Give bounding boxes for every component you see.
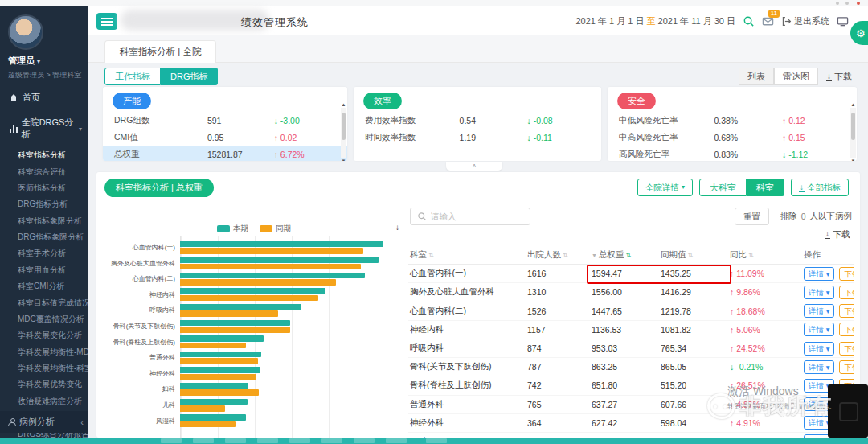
sort-icon[interactable]: ⇅ [625, 252, 631, 259]
metric-row[interactable]: 费用效率指数0.54↓ -0.08 [354, 112, 601, 129]
col-header-总权重[interactable]: ▼总权重⇅ [590, 249, 659, 261]
scrollbar-handle[interactable] [851, 113, 855, 140]
bar-本期[interactable] [180, 320, 290, 327]
bar-同期[interactable] [180, 358, 258, 364]
sidebar-item[interactable]: 科室指标象限分析 [0, 213, 88, 229]
sidebar-item[interactable]: 医师指标分析 [0, 180, 88, 196]
search-input[interactable] [431, 212, 511, 221]
metric-row[interactable]: 中高风险死亡率0.68%↑ 0.15 [608, 129, 857, 146]
logout-button[interactable]: 退出系统 [781, 15, 829, 27]
user-avatar[interactable] [8, 14, 43, 50]
theme-settings-button[interactable]: ⚙ [850, 21, 868, 45]
taskbar-app-icon[interactable] [426, 438, 447, 443]
col-header-同比[interactable]: 同比⇅ [728, 249, 802, 261]
bar-本期[interactable] [180, 335, 264, 342]
taskbar-app-icon[interactable] [289, 438, 310, 443]
scroll-down-icon[interactable]: ▼ [341, 158, 346, 161]
drill-button[interactable]: 下钻 ▾ [839, 267, 854, 281]
col-header-科室[interactable]: 科室⇅ [408, 249, 526, 261]
detail-button[interactable]: 详情 ▾ [804, 267, 834, 281]
taskbar-app-icon[interactable] [257, 438, 278, 443]
bar-同期[interactable] [180, 421, 236, 428]
bar-本期[interactable] [180, 399, 248, 405]
sidebar-item[interactable]: 科室用血分析 [0, 262, 88, 278]
table-search[interactable] [410, 208, 530, 225]
bar-本期[interactable] [180, 288, 326, 294]
bar-同期[interactable] [180, 279, 336, 286]
taskbar-app-icon[interactable] [321, 438, 342, 443]
reset-button[interactable]: 重置 [735, 208, 769, 225]
collapse-sidebar-icon[interactable]: ‹ [80, 417, 84, 427]
drg-indicator-tab[interactable]: DRG指标 [161, 68, 218, 85]
scroll-up-icon[interactable]: ▲ [341, 102, 346, 107]
table-download-button[interactable]: ↓下载 [825, 228, 850, 240]
bar-同期[interactable] [180, 327, 290, 333]
bar-同期[interactable] [180, 374, 256, 380]
drill-button[interactable]: 下钻 ▾ [839, 342, 854, 356]
scrollbar-handle[interactable] [342, 113, 346, 140]
bar-本期[interactable] [180, 257, 379, 263]
cards-download-button[interactable]: ↓下载 [826, 71, 852, 83]
chart-download-icon[interactable]: ↓ [395, 224, 400, 232]
bar-本期[interactable] [180, 367, 260, 373]
detail-button[interactable]: 详情 ▾ [804, 286, 834, 299]
windows-taskbar[interactable] [0, 438, 868, 444]
metric-row[interactable]: 高风险死亡率0.83%↓ -1.12 [608, 146, 857, 161]
scroll-up-icon[interactable]: ▲ [850, 102, 856, 107]
big-dept-button[interactable]: 大科室 [699, 179, 747, 196]
list-view-button[interactable]: 列表 [739, 68, 774, 85]
bar-本期[interactable] [180, 383, 248, 389]
sidebar-item-case-analysis[interactable]: 病例分析 ‹ [0, 411, 88, 433]
legend-item-同期[interactable]: 同期 [260, 224, 291, 234]
metric-row[interactable]: CMI值0.95↑ 0.02 [103, 129, 347, 146]
detail-button[interactable]: 详情 ▾ [804, 342, 834, 356]
radar-view-button[interactable]: 雷达图 [774, 68, 818, 85]
bar-本期[interactable] [180, 414, 246, 421]
drill-button[interactable]: 下钻 ▾ [839, 304, 854, 318]
bar-同期[interactable] [180, 343, 246, 349]
sidebar-item[interactable]: 学科发展优势变化 [0, 376, 88, 393]
taskbar-app-icon[interactable] [386, 438, 407, 443]
hospital-detail-dropdown[interactable]: 全院详情▾ [637, 179, 693, 196]
table-row[interactable]: 骨科(脊柱及上肢创伤)742651.80515.20↑ 26.51%详情 ▾下钻… [408, 376, 854, 395]
bar-同期[interactable] [180, 310, 278, 317]
sort-icon[interactable]: ⇅ [688, 252, 694, 259]
table-row[interactable]: 神经内科11571136.531081.82↑ 5.06%详情 ▾下钻 ▾ [408, 321, 854, 339]
sidebar-group-drgs-analysis[interactable]: 全院DRGS分析 ▾ [0, 110, 88, 147]
taskbar-app-icon[interactable] [354, 438, 375, 443]
bar-同期[interactable] [180, 295, 318, 302]
bar-同期[interactable] [180, 264, 361, 270]
messages-button[interactable]: 11 [762, 15, 774, 27]
collapse-cards-handle[interactable]: ∧ [446, 162, 502, 171]
metric-row[interactable]: DRG组数591↓ -3.00 [103, 112, 347, 129]
legend-item-本期[interactable]: 本期 [217, 224, 248, 234]
sidebar-item[interactable]: 科室手术分析 [0, 245, 88, 261]
sidebar-item-home[interactable]: 首页 [0, 85, 88, 110]
scroll-down-icon[interactable]: ▼ [850, 158, 856, 161]
taskbar-app-icon[interactable] [225, 438, 246, 443]
bar-本期[interactable] [180, 241, 383, 248]
sidebar-item[interactable]: 学科发展均衡性-MDC [0, 344, 88, 360]
sidebar-item[interactable]: 收治疑难病症分析 [0, 393, 88, 409]
col-header-操作[interactable]: 操作 [802, 249, 854, 261]
metric-row[interactable]: 总权重15281.87↑ 6.72% [103, 146, 347, 161]
sidebar-item[interactable]: 科室目标值完成情况 [0, 294, 88, 310]
col-header-出院人数[interactable]: 出院人数⇅ [526, 249, 590, 261]
taskbar-app-icon[interactable] [161, 438, 182, 443]
card-scrollbar[interactable]: ▲▼ [850, 108, 856, 158]
sidebar-item[interactable]: DRG指标分析 [0, 196, 88, 212]
user-name[interactable]: 管理员 ▾ [8, 55, 88, 67]
search-icon[interactable] [743, 15, 755, 27]
drill-button[interactable]: 下钻 ▾ [839, 360, 854, 374]
date-range-picker[interactable]: 2021 年 1 月 1 日 至 2021 年 11 月 30 日 [575, 15, 735, 27]
sidebar-item[interactable]: 科室CMI分析 [0, 278, 88, 294]
fullscreen-monitor-icon[interactable] [837, 15, 849, 27]
tab-dept-indicator-analysis[interactable]: 科室指标分析 | 全院 [104, 40, 216, 63]
card-scrollbar[interactable]: ▲▼ [341, 108, 346, 158]
detail-button[interactable]: 详情 ▾ [804, 360, 834, 374]
sidebar-item[interactable]: 科室综合评价 [0, 163, 88, 179]
bar-本期[interactable] [180, 304, 301, 310]
taskbar-app-icon[interactable] [193, 438, 214, 443]
detail-button[interactable]: 详情 ▾ [804, 323, 834, 336]
sidebar-item[interactable]: 学科发展均衡性-科室 [0, 360, 88, 376]
